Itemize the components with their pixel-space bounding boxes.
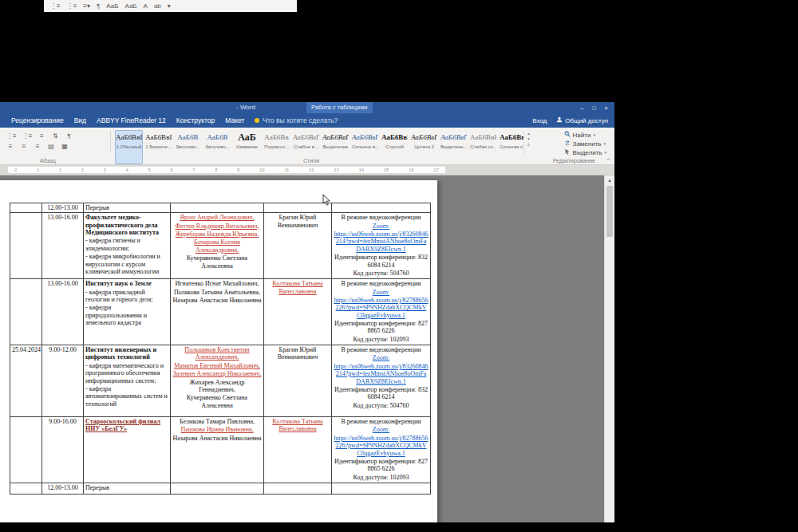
ribbon-icon[interactable]: ≡ — [20, 143, 28, 150]
cell-zoom[interactable]: В режиме видеоконференцииZoom:https://us… — [332, 345, 431, 417]
select-button[interactable]: Выделить▾ — [564, 148, 606, 156]
style-chip[interactable]: АаБбВвГг1 Обычный — [115, 130, 143, 164]
gallery-scroll-icon[interactable]: ≡ — [527, 142, 530, 147]
ribbon-tab[interactable]: Конструктор — [176, 116, 215, 124]
editing-item-label: Заменить — [573, 140, 602, 148]
sign-in-button[interactable]: Вход — [532, 117, 547, 124]
text-line: Zoom: — [334, 223, 429, 230]
style-chip[interactable]: АаБбВвПодзагол... — [263, 130, 290, 164]
cell-event[interactable]: Перерыв — [84, 203, 171, 213]
gallery-scroll-icon[interactable]: ▴ — [527, 131, 530, 136]
cell-time[interactable]: 13.00-16.00 — [42, 213, 84, 279]
ruler-number: 4 — [126, 167, 128, 172]
cell-date[interactable]: 25.04.2024 — [10, 345, 42, 417]
text-line: Беликова Тамара Павловна, — [172, 418, 262, 425]
ribbon-tab[interactable]: ABBYY FineReader 12 — [97, 116, 166, 124]
cell-date[interactable] — [10, 213, 42, 279]
cell-host[interactable] — [264, 483, 332, 494]
cell-zoom[interactable]: В режиме видеоконференцииZoom:https://us… — [332, 417, 431, 483]
cell-zoom[interactable] — [332, 203, 431, 213]
cell-zoom[interactable]: В режиме видеоконференцииZoom:https://us… — [332, 213, 431, 279]
cell-host[interactable]: Брагин Юрий Вениаминович — [264, 345, 332, 417]
style-chip[interactable]: АаБбВвГгСильное в... — [351, 130, 379, 164]
ribbon-icon[interactable]: ⋮≡ — [6, 132, 17, 140]
share-button[interactable]: Общий доступ — [556, 116, 608, 124]
ribbon-icon[interactable]: ▤ — [47, 143, 55, 150]
text-line: https://us06web.zoom.us/j/83260846214?pw… — [334, 363, 429, 385]
cell-members[interactable]: Игнатенко Игнат Михайлович,Полякова Тать… — [171, 279, 264, 345]
cell-host[interactable]: Брагин Юрий Вениаминович — [264, 213, 332, 279]
find-button[interactable]: Найти▾ — [564, 131, 606, 139]
replace-button[interactable]: Заменить▾ — [564, 140, 606, 148]
ribbon-icon[interactable]: ▦ — [61, 143, 69, 150]
gallery-scroll-icon[interactable]: ▾ — [527, 136, 530, 141]
style-chip[interactable]: АаБНазвание — [233, 130, 261, 164]
cell-date[interactable] — [10, 279, 42, 345]
ribbon-icon[interactable]: ¶ — [65, 132, 73, 140]
cell-unit[interactable]: Институт инженерных и цифровых технологи… — [84, 345, 171, 417]
cell-members[interactable]: Польшиков Константин Александрович,Мамат… — [171, 345, 264, 417]
text-line: Старооскольский филиал НИУ «БелГУ» — [85, 418, 168, 433]
scrollbar-thumb[interactable] — [606, 186, 613, 237]
cell-members[interactable]: Ярош Андрей Леонидович,Феттер Владимир В… — [171, 213, 264, 279]
cell-time[interactable]: 9.00-16.00 — [42, 417, 84, 483]
ribbon-icon[interactable]: ⇅ — [51, 132, 59, 140]
collapse-ribbon-button[interactable]: ^ — [607, 157, 610, 163]
style-chip[interactable]: АаБбВЗаголово... — [203, 130, 231, 164]
cell-time[interactable]: 9.00-12.00 — [42, 345, 84, 417]
style-chip[interactable]: АаБбВвГгСтрогий — [381, 130, 409, 164]
vertical-scrollbar[interactable]: ▲ — [604, 175, 614, 522]
style-chip[interactable]: АаБбВвГгВыделенн... — [440, 130, 468, 164]
cell-host[interactable] — [264, 203, 332, 213]
cell-time[interactable]: 13.00-16.00 — [42, 279, 84, 345]
cell-unit[interactable]: Старооскольский филиал НИУ «БелГУ» — [84, 417, 171, 483]
tell-me-box[interactable]: Что вы хотите сделать? — [255, 116, 338, 124]
cell-date[interactable] — [10, 417, 42, 483]
style-chip[interactable]: АаБбВвГг1 Безинте... — [144, 130, 172, 164]
ribbon-icon[interactable]: ≡ — [34, 143, 41, 150]
ribbon-tab[interactable]: Вид — [74, 116, 86, 124]
style-chip[interactable]: АаБбВвГгЦитата 2 — [410, 130, 438, 164]
numbered-list-icon[interactable]: ⋮≡ — [67, 2, 77, 10]
document-area[interactable]: 12.00-13.00Перерыв13.00-16.00Факультет м… — [0, 175, 614, 522]
cell-event[interactable]: Перерыв — [84, 483, 171, 494]
cell-host[interactable]: Колтакова Татьяна Вячеславовна — [264, 279, 332, 345]
highlight-icon[interactable]: ab — [154, 2, 161, 10]
cell-members[interactable] — [171, 203, 264, 213]
cell-date[interactable] — [10, 203, 42, 213]
ribbon-tab[interactable]: Рецензирование — [11, 116, 64, 124]
minimize-button[interactable]: – — [576, 102, 588, 113]
style-chip[interactable]: АаБбВЗаголово... — [174, 130, 202, 164]
style-chip[interactable]: АаБбВвГгСильная с... — [499, 130, 523, 164]
font-color-icon[interactable]: А — [144, 2, 148, 10]
close-button[interactable]: × — [600, 102, 612, 113]
cell-date[interactable] — [10, 483, 42, 494]
style-chip[interactable]: АаБбВвГгВыделение — [322, 130, 350, 164]
quick-style-chip[interactable]: АаБ — [124, 2, 136, 10]
quick-style-chip[interactable]: АаБ — [106, 2, 118, 10]
participants-panel — [683, 72, 797, 532]
share-label: Общий доступ — [565, 117, 608, 124]
cell-host[interactable]: Колтакова Татьяна Вячеславовна — [264, 417, 332, 483]
cell-unit[interactable]: Институт наук о Земле- кафедра прикладно… — [84, 279, 171, 345]
paragraph-mark-icon[interactable]: ¶ — [97, 2, 100, 10]
ribbon-icon[interactable]: ≡ — [6, 143, 14, 150]
style-name: 1 Безинте... — [145, 144, 172, 149]
ribbon-icon[interactable]: ≡ — [38, 132, 45, 140]
ribbon-tab[interactable]: Макет — [225, 116, 244, 124]
dropdown-icon[interactable]: ▾ — [168, 2, 171, 10]
text-line: В режиме видеоконференции — [334, 346, 429, 353]
cell-members[interactable] — [171, 483, 264, 494]
multilevel-list-icon[interactable]: ≡▾ — [83, 2, 90, 10]
cell-zoom[interactable] — [332, 483, 431, 494]
cell-unit[interactable]: Факультет медико-профилактического дела … — [84, 213, 171, 279]
maximize-button[interactable]: □ — [588, 102, 600, 113]
cell-time[interactable]: 12.00-13.00 — [42, 483, 84, 494]
ribbon-icon[interactable]: ⋮≡ — [22, 132, 33, 140]
bullet-list-icon[interactable]: ⋮≡ — [50, 2, 61, 10]
cell-time[interactable]: 12.00-13.00 — [42, 203, 84, 213]
style-chip[interactable]: АаБбВвГгСлабая сс... — [469, 130, 497, 164]
cell-members[interactable]: Беликова Тамара Павловна,Пашкова Ирина И… — [171, 417, 264, 483]
cell-zoom[interactable]: В режиме видеоконференцииZoom:https://us… — [332, 279, 431, 345]
scroll-up-button[interactable]: ▲ — [605, 175, 614, 184]
